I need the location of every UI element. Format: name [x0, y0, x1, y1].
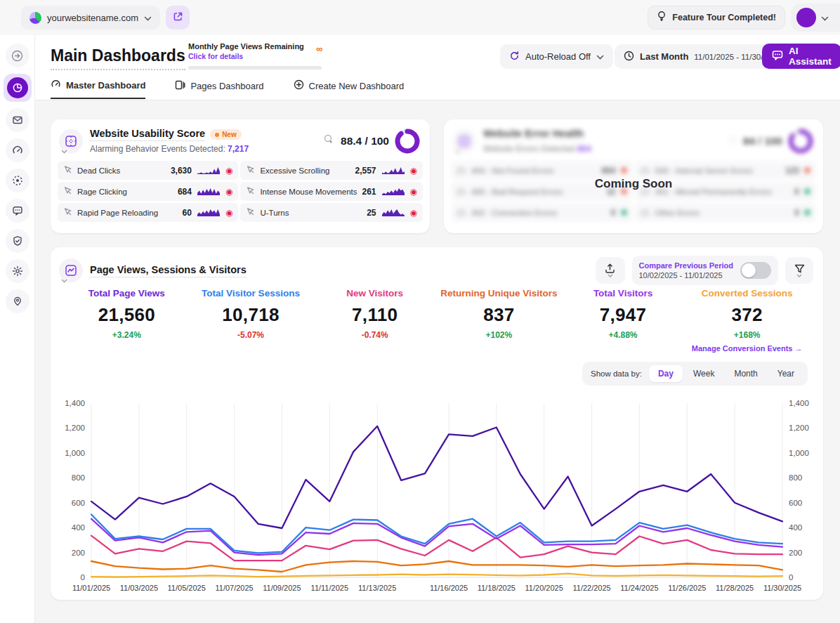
sidebar-item-settings[interactable]	[6, 259, 29, 283]
svg-text:800: 800	[72, 473, 85, 482]
sidebar-item-locations[interactable]	[6, 289, 29, 313]
metric-delta: +3.24%	[65, 330, 189, 340]
usability-row[interactable]: Intense Mouse Movements261◉	[240, 182, 423, 201]
cloud-icon	[641, 164, 650, 177]
manage-conversion-events-link[interactable]: Manage Conversion Events →	[685, 344, 809, 353]
chart-card-icon[interactable]	[59, 258, 83, 282]
svg-text:0: 0	[789, 573, 793, 582]
sidebar-item-dashboards[interactable]	[4, 74, 32, 102]
view-recordings-icon[interactable]: ◉	[410, 166, 417, 175]
site-favicon	[29, 12, 41, 24]
pointer-icon	[63, 206, 72, 219]
quota-details-link[interactable]: Click for details	[188, 52, 329, 60]
funnel-icon	[794, 264, 805, 273]
view-recordings-icon[interactable]: ◉	[225, 209, 232, 217]
sidebar-item-feedback[interactable]	[6, 199, 29, 223]
granularity-year[interactable]: Year	[768, 365, 803, 382]
metric-converted-sessions: Converted Sessions372+168%Manage Convers…	[685, 288, 809, 353]
tab-pages-dashboard[interactable]: Pages Dashboard	[175, 79, 263, 99]
sidebar-item-recordings[interactable]	[6, 169, 29, 192]
pages-icon	[175, 80, 185, 92]
auto-reload-select[interactable]: Auto-Reload Off	[500, 44, 613, 69]
metric-label: Converted Sessions	[685, 288, 809, 299]
view-recordings-icon[interactable]: ◉	[225, 166, 232, 175]
mail-icon	[12, 114, 23, 126]
behavior-count: 3,630	[171, 166, 192, 176]
error-card-content: Website Error Health Website Errors Dete…	[444, 119, 823, 229]
plus-circle-icon	[294, 79, 304, 92]
cloud-icon	[457, 206, 466, 219]
view-recordings-icon[interactable]: ◉	[410, 188, 417, 196]
ai-assistant-button[interactable]: AI Assistant	[762, 44, 840, 69]
usability-row[interactable]: U-Turns25◉	[240, 203, 423, 222]
usability-row[interactable]: Rapid Page Reloading60◉	[58, 203, 238, 222]
inspect-cursor-icon	[323, 133, 335, 148]
error-score-donut	[788, 129, 813, 154]
svg-text:0: 0	[81, 573, 85, 582]
tab-master-dashboard[interactable]: Master Dashboard	[51, 79, 145, 99]
metric-value: 372	[685, 304, 809, 326]
export-button[interactable]	[596, 257, 625, 284]
open-site-button[interactable]	[166, 6, 190, 29]
ai-assistant-label: AI Assistant	[789, 46, 832, 67]
behavior-label: Excessive Scrolling	[260, 166, 350, 175]
tab-label: Create New Dashboard	[309, 81, 405, 91]
sidebar-item-security[interactable]	[6, 229, 29, 253]
alarming-events-count: 7,217	[228, 144, 249, 154]
traffic-line-chart: 002002004004006006008008001,0001,0001,20…	[56, 393, 818, 596]
chat-icon	[772, 50, 783, 63]
sidebar-item-collapse-sidebar[interactable]	[6, 44, 29, 67]
chevron-down-icon	[821, 11, 829, 24]
pointer-icon	[63, 185, 72, 198]
metric-value: 837	[437, 304, 561, 326]
granularity-week[interactable]: Week	[684, 365, 723, 382]
quota-progress-bar	[188, 66, 322, 70]
granularity-control: Show data by: DayWeekMonthYear	[582, 362, 808, 386]
chevron-down-icon	[61, 273, 67, 286]
usability-card-icon[interactable]	[59, 129, 83, 153]
svg-text:11/18/2025: 11/18/2025	[478, 584, 516, 592]
svg-text:1,400: 1,400	[789, 399, 809, 407]
metric-total-visitor-sessions: Total Visitor Sessions10,718-5.07%	[189, 288, 313, 353]
site-name: yourwebsitename.com	[47, 13, 138, 23]
metric-value: 7,947	[561, 304, 685, 326]
metric-label: New Visitors	[313, 288, 437, 299]
chevron-down-icon	[608, 274, 613, 277]
record-icon	[12, 175, 23, 186]
svg-text:11/03/2025: 11/03/2025	[120, 584, 158, 592]
view-recordings-icon[interactable]: ◉	[225, 188, 232, 196]
svg-text:11/07/2025: 11/07/2025	[215, 584, 253, 592]
usability-row[interactable]: Dead Clicks3,630◉	[58, 161, 238, 180]
cloud-icon	[641, 206, 650, 219]
filter-button[interactable]	[785, 257, 813, 284]
chat-icon	[12, 205, 23, 216]
sidebar-item-performance[interactable]	[6, 138, 29, 162]
chevron-down-icon	[61, 144, 67, 157]
error-card-icon[interactable]	[452, 129, 476, 153]
series-total-page-views	[91, 426, 782, 528]
sidebar-item-inbox[interactable]	[6, 108, 29, 132]
topbar: yourwebsitename.com Feature Tour Complet…	[0, 0, 840, 35]
view-recordings-icon[interactable]: ◉	[410, 209, 417, 217]
metric-delta: +168%	[685, 330, 809, 340]
metric-label: Total Visitor Sessions	[189, 288, 313, 299]
usability-row[interactable]: Excessive Scrolling2,557◉	[240, 161, 423, 180]
usability-row[interactable]: Rage Clicking684◉	[58, 182, 238, 201]
error-card-title: Website Error Health	[483, 128, 584, 141]
sparkline	[197, 187, 221, 196]
granularity-month[interactable]: Month	[725, 365, 766, 382]
compare-toggle[interactable]	[740, 262, 771, 279]
behavior-count: 60	[183, 208, 192, 218]
granularity-day[interactable]: Day	[649, 365, 683, 382]
metric-delta: -5.07%	[189, 330, 313, 340]
feature-tour-button[interactable]: Feature Tour Completed!	[648, 6, 785, 29]
account-menu[interactable]	[791, 4, 840, 32]
metric-label: Total Visitors	[561, 288, 685, 299]
behavior-count: 261	[362, 187, 376, 197]
clock-icon	[624, 51, 634, 63]
site-selector[interactable]: yourwebsitename.com	[21, 6, 160, 29]
tab-create-new-dashboard[interactable]: Create New Dashboard	[294, 79, 405, 99]
tab-gauge-icon	[51, 79, 61, 91]
errors-detected-count: 864	[577, 144, 591, 154]
error-label: 404 - Not Found Errors	[471, 166, 596, 175]
